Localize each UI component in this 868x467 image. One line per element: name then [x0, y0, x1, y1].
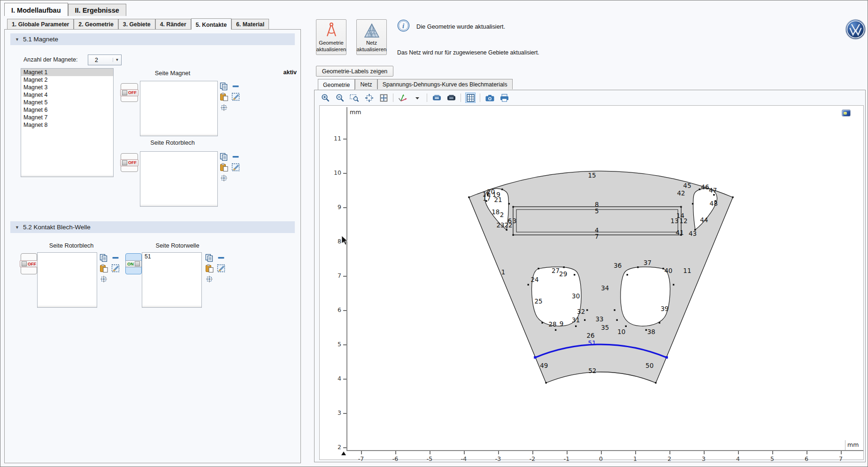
- geometry-vertex[interactable]: [508, 203, 510, 204]
- magnet-listbox[interactable]: Magnet 1Magnet 2Magnet 3Magnet 4Magnet 5…: [21, 68, 114, 177]
- selected-boundary-item[interactable]: 51: [142, 253, 201, 260]
- geometry-vertex[interactable]: [574, 274, 575, 275]
- geometry-vertex[interactable]: [528, 284, 529, 285]
- magnet-list-item[interactable]: Magnet 7: [21, 114, 113, 121]
- kontakt-rotorblech-selection-list[interactable]: [37, 252, 97, 308]
- main-tab-i-modellaufbau[interactable]: I. Modellaufbau: [4, 3, 68, 16]
- view-tab-geometrie[interactable]: Geometrie: [318, 79, 355, 90]
- show-geometry-labels-button[interactable]: Geometrie-Labels zeigen: [316, 66, 393, 77]
- section-header-kontakt[interactable]: ▼ 5.2 Kontakt Blech-Welle: [10, 221, 295, 233]
- magnet-list-item[interactable]: Magnet 1: [21, 69, 113, 76]
- clear-selection-icon[interactable]: [231, 163, 240, 171]
- geometry-vertex[interactable]: [673, 284, 674, 285]
- minus-icon[interactable]: [232, 82, 241, 91]
- printer-icon[interactable]: [499, 93, 509, 103]
- snapshot-blue-icon[interactable]: [431, 93, 442, 103]
- geometry-vertex[interactable]: [512, 206, 514, 208]
- kontakt-rotorblech-toggle-off[interactable]: OFF: [21, 253, 37, 274]
- geometry-vertex[interactable]: [541, 322, 543, 323]
- geometry-vertex[interactable]: [645, 329, 647, 331]
- kontakt-rotorwelle-toggle-on[interactable]: ON: [125, 253, 142, 274]
- highlighted-edge-vertex[interactable]: [534, 356, 536, 358]
- anzahl-magnete-select[interactable]: 2 ▼: [88, 54, 122, 65]
- right-flux-barrier-cutout[interactable]: [621, 267, 670, 326]
- magnet-list-item[interactable]: Magnet 5: [21, 99, 113, 106]
- magnet-list-item[interactable]: Magnet 4: [21, 91, 113, 99]
- paste-icon[interactable]: [205, 264, 214, 272]
- section-header-magnete[interactable]: ▼ 5.1 Magnete: [10, 33, 295, 45]
- update-mesh-button[interactable]: Netz aktualisieren: [356, 19, 387, 55]
- geometry-vertex[interactable]: [575, 326, 576, 327]
- step-tab-4-ränder[interactable]: 4. Ränder: [155, 19, 191, 29]
- zoom-out-icon[interactable]: [335, 93, 345, 103]
- minus-icon[interactable]: [112, 254, 121, 262]
- zoom-to-selection-icon[interactable]: [206, 275, 214, 284]
- geometry-vertex[interactable]: [501, 188, 503, 190]
- zoom-in-icon[interactable]: [320, 93, 330, 103]
- step-tab-6-material[interactable]: 6. Material: [231, 19, 269, 29]
- geometry-vertex[interactable]: [506, 229, 507, 230]
- geometry-vertex[interactable]: [586, 309, 588, 311]
- caret-down-icon[interactable]: [412, 93, 422, 103]
- seite-rotorblech-toggle-off[interactable]: OFF: [121, 153, 138, 172]
- seite-magnet-toggle-off[interactable]: OFF: [121, 83, 138, 102]
- axis-orientation-icon[interactable]: [398, 93, 408, 103]
- minus-icon[interactable]: [232, 153, 241, 161]
- magnet-list-item[interactable]: Magnet 3: [21, 84, 113, 91]
- geometry-vertex[interactable]: [584, 319, 585, 320]
- seite-magnet-selection-list[interactable]: [140, 81, 218, 136]
- geometry-vertex[interactable]: [512, 234, 514, 235]
- magnet-list-item[interactable]: Magnet 2: [21, 76, 113, 84]
- step-tab-2-geometrie[interactable]: 2. Geometrie: [74, 19, 118, 29]
- geometry-vertex[interactable]: [555, 329, 556, 331]
- geometry-vertex[interactable]: [713, 194, 714, 195]
- clear-selection-icon[interactable]: [217, 264, 225, 272]
- geometry-vertex[interactable]: [692, 203, 693, 204]
- zoom-to-selection-icon[interactable]: [220, 104, 229, 112]
- copy-icon[interactable]: [205, 254, 214, 262]
- highlighted-edge-vertex[interactable]: [666, 356, 668, 358]
- step-tab-1-globale-parameter[interactable]: 1. Globale Parameter: [7, 19, 74, 29]
- clear-selection-icon[interactable]: [111, 264, 120, 272]
- paste-icon[interactable]: [220, 93, 228, 101]
- view-tab-spannungs-dehnungs-kurve-des-blechmaterials[interactable]: Spannungs-Dehnungs-Kurve des Blechmateri…: [377, 79, 513, 89]
- geometry-plot-canvas[interactable]: mm mm 1520161917211826323228547454647424…: [319, 105, 864, 460]
- geometry-vertex[interactable]: [662, 268, 664, 269]
- geometry-vertex[interactable]: [699, 188, 700, 190]
- geometry-vertex[interactable]: [655, 382, 656, 383]
- geometry-vertex[interactable]: [680, 206, 682, 208]
- kontakt-rotorwelle-selection-list[interactable]: 51: [142, 252, 202, 308]
- clear-selection-icon[interactable]: [231, 93, 240, 101]
- grid-icon[interactable]: [465, 93, 476, 103]
- view-tab-netz[interactable]: Netz: [355, 79, 377, 89]
- geometry-vertex[interactable]: [468, 196, 469, 198]
- snapshot-dark-icon[interactable]: [446, 93, 456, 103]
- step-tab-5-kontakte[interactable]: 5. Kontakte: [191, 18, 231, 30]
- copy-icon[interactable]: [220, 153, 228, 161]
- geometry-vertex[interactable]: [614, 309, 615, 311]
- update-geometry-button[interactable]: Geometrie aktualisieren: [316, 19, 346, 55]
- geometry-vertex[interactable]: [659, 322, 660, 323]
- paste-icon[interactable]: [220, 163, 228, 171]
- minus-icon[interactable]: [218, 254, 226, 262]
- seite-rotorblech-selection-list[interactable]: [140, 151, 218, 207]
- zoom-box-icon[interactable]: [349, 93, 360, 103]
- zoom-to-selection-icon[interactable]: [100, 275, 108, 284]
- zoom-to-selection-icon[interactable]: [220, 174, 229, 183]
- copy-icon[interactable]: [100, 254, 108, 262]
- geometry-vertex[interactable]: [637, 266, 638, 268]
- geometry-vertex[interactable]: [545, 382, 547, 383]
- copy-icon[interactable]: [220, 82, 228, 91]
- magnet-list-item[interactable]: Magnet 6: [21, 106, 113, 114]
- camera-icon[interactable]: [484, 93, 495, 103]
- geometry-vertex[interactable]: [616, 319, 618, 320]
- zoom-selected-icon[interactable]: [364, 93, 374, 103]
- geometry-vertex[interactable]: [625, 326, 627, 327]
- step-tab-3-gebiete[interactable]: 3. Gebiete: [118, 19, 155, 29]
- geometry-vertex[interactable]: [563, 266, 564, 268]
- main-tab-ii-ergebnisse[interactable]: II. Ergebnisse: [68, 4, 126, 16]
- geometry-vertex[interactable]: [732, 196, 733, 198]
- paste-icon[interactable]: [100, 264, 108, 272]
- magnet-list-item[interactable]: Magnet 8: [21, 121, 113, 129]
- geometry-vertex[interactable]: [538, 268, 539, 269]
